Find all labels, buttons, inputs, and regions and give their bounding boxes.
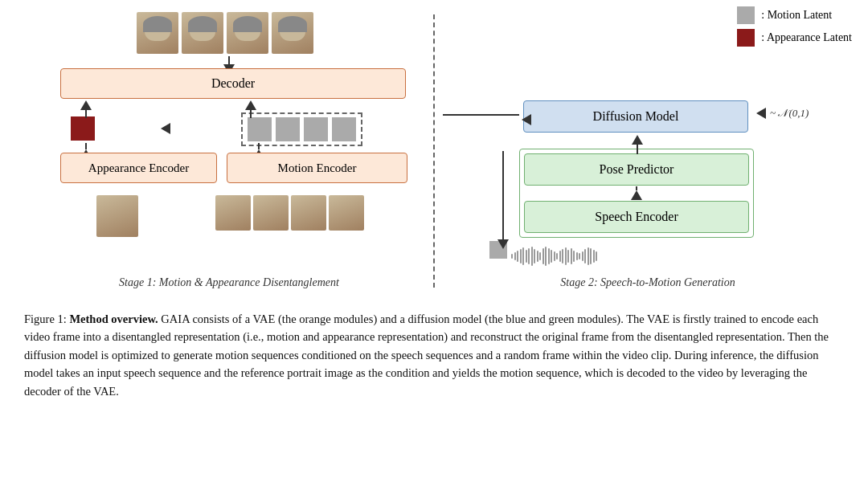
motion-latent-group: [241, 112, 362, 146]
arrow-head-up5: [631, 190, 642, 200]
appearance-input-faces: [96, 195, 138, 237]
arrow-line3: [85, 143, 87, 149]
h-line-left: [443, 114, 519, 116]
motion-latent-sq-2: [276, 117, 300, 141]
waveform-bar: [562, 249, 563, 263]
waveform-bar: [537, 251, 538, 262]
diffusion-box: Diffusion Model: [523, 100, 748, 133]
waveform-bar: [596, 251, 597, 261]
waveform-bar: [522, 247, 524, 265]
arrow-line2: [250, 110, 252, 118]
waveform-bar: [579, 253, 580, 259]
appearance-encoder-box: Appearance Encoder: [60, 153, 217, 183]
encoder-row: Appearance Encoder Motion Encoder: [60, 153, 407, 183]
green-group: Pose Predictor Speech Encoder: [519, 149, 754, 238]
appearance-latent-square: [71, 116, 95, 141]
waveform-bar: [531, 247, 533, 266]
diffusion-to-motion-arrow: [161, 123, 170, 134]
output-faces: [137, 12, 313, 54]
motion-latent-group-wrapper: [177, 112, 362, 146]
motion-input-face-4: [329, 195, 364, 231]
waveform-bar: [567, 250, 569, 263]
motion-input-face-2: [253, 195, 289, 231]
arrow-line7: [502, 151, 504, 239]
motion-latent-sq-1: [248, 117, 272, 141]
arrow-head-up: [80, 100, 92, 110]
speech-to-pose-arrow: [524, 186, 749, 200]
waveform-bar: [573, 251, 575, 262]
waveform-bar: [554, 251, 555, 261]
waveform-bar: [528, 248, 530, 264]
pose-to-diffusion-arrow: [632, 135, 643, 154]
speech-encoder-label: Speech Encoder: [595, 210, 678, 224]
arrow-line4: [258, 143, 260, 149]
motion-latent-sq-4: [332, 117, 356, 141]
pose-predictor-label: Pose Predictor: [600, 162, 674, 177]
output-face-2: [182, 12, 223, 54]
waveform-bar: [559, 251, 561, 262]
motion-input-face-3: [291, 195, 326, 231]
normal-dist-wrapper: ~ 𝒩 (0,1): [756, 107, 809, 120]
arrow-line6: [637, 145, 638, 154]
appearance-encoder-label: Appearance Encoder: [88, 161, 189, 175]
arrow-head-up2: [245, 100, 256, 110]
stage2-label: Stage 2: Speech-to-Motion Generation: [435, 276, 861, 289]
decoder-inner: Decoder: [60, 68, 406, 99]
waveform-bar: [593, 250, 595, 263]
waveform-bar: [584, 249, 586, 263]
diagram-area: Decoder: [16, 8, 852, 305]
arrow-left2: [522, 114, 531, 125]
waveform-bar: [534, 249, 535, 263]
app-latent-to-decoder-arrow: [80, 100, 92, 118]
waveform-bar: [517, 251, 518, 262]
stage1-area: Decoder: [16, 8, 433, 293]
decoder-box: Decoder: [60, 68, 406, 99]
diffusion-left-connection: [443, 114, 519, 116]
arrow-left-normal: [756, 108, 766, 119]
stage2-area: Diffusion Model ~ 𝒩 (0,1) Pose Predictor: [435, 8, 852, 293]
caption-bold: Method overview.: [69, 312, 158, 325]
waveform-bar: [590, 248, 592, 264]
main-container: : Motion Latent : Appearance Latent: [0, 0, 868, 486]
stage1-label-text: Stage 1: Motion & Appearance Disentangle…: [119, 276, 339, 288]
output-face-3: [227, 12, 268, 54]
motion-input-faces: [215, 195, 364, 231]
waveform-bar: [539, 252, 541, 260]
motion-encoder-label: Motion Encoder: [278, 161, 357, 175]
arrow-line: [85, 110, 87, 118]
stage2-label-text: Stage 2: Speech-to-Motion Generation: [560, 276, 735, 288]
stage1-label: Stage 1: Motion & Appearance Disentangle…: [16, 276, 442, 289]
waveform-bar: [548, 248, 550, 264]
figure-caption: Figure 1: Method overview. GAIA consists…: [16, 310, 852, 400]
waveform-bar: [582, 251, 583, 261]
pose-predictor-box: Pose Predictor: [524, 153, 749, 186]
waveform-bar: [551, 250, 552, 263]
normal-dist-label: ~ 𝒩 (0,1): [770, 107, 809, 120]
waveform-bar: [542, 248, 544, 264]
output-face-1: [137, 12, 178, 54]
arrow-head-up6: [632, 135, 643, 145]
diffusion-out-arrow: [522, 114, 531, 125]
arrow-left-icon: [161, 123, 170, 134]
waveform-bar: [514, 252, 516, 260]
diffusion-label: Diffusion Model: [593, 109, 679, 124]
app-input-face: [96, 195, 138, 237]
waveform-bar: [565, 247, 567, 265]
decoder-label: Decoder: [211, 76, 255, 91]
motion-latent-sq-3: [304, 117, 328, 141]
motion-encoder-box: Motion Encoder: [227, 153, 407, 183]
waveform-bar: [571, 248, 572, 264]
waveform-bar: [576, 252, 578, 260]
arrow-head-down2: [497, 239, 509, 249]
motion-latent-to-speech-arrow: [497, 151, 509, 249]
waveform-bar: [556, 253, 558, 259]
output-face-4: [272, 12, 313, 54]
arrow-line: [228, 56, 230, 64]
waveform-bar: [588, 247, 589, 265]
appearance-latent-sq-wrapper: [71, 116, 95, 141]
waveform-bar: [545, 247, 547, 266]
waveform-bar: [526, 250, 527, 263]
motion-input-face-1: [215, 195, 251, 231]
waveform-bar: [511, 254, 513, 259]
caption-prefix: Figure 1:: [24, 312, 69, 325]
